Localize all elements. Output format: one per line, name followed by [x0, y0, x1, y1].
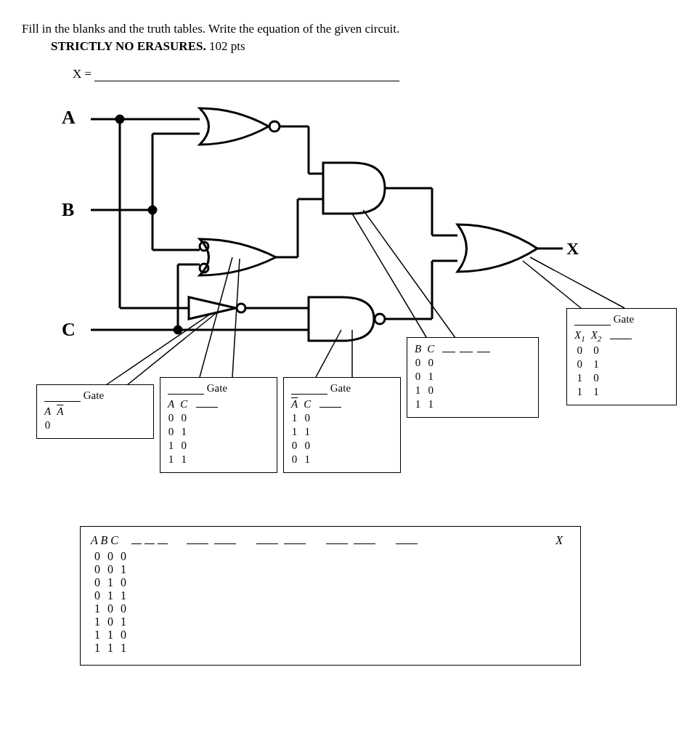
input-label-c: C: [62, 319, 76, 341]
svg-line-38: [232, 259, 240, 377]
truth-table-ac[interactable]: Gate AC 00 01 10 11: [160, 377, 277, 473]
input-label-b: B: [62, 199, 74, 221]
svg-line-42: [363, 210, 457, 341]
svg-line-41: [352, 214, 428, 341]
svg-point-21: [237, 304, 245, 312]
svg-point-32: [116, 116, 123, 123]
input-label-a: A: [62, 107, 76, 129]
svg-line-44: [530, 257, 624, 308]
truth-table-not[interactable]: Gate AA 0: [36, 384, 154, 439]
output-label-x: X: [566, 239, 579, 259]
full-truth-table[interactable]: A B C X 000 001 010 011 100 101 110 111: [80, 526, 581, 666]
equation-line[interactable]: X =: [73, 67, 678, 81]
svg-line-39: [316, 330, 341, 377]
svg-line-43: [523, 261, 581, 308]
truth-table-bc[interactable]: BC 00 01 10 11: [407, 337, 539, 418]
svg-point-12: [269, 121, 280, 132]
restriction: STRICTLY NO ERASURES. 102 pts: [51, 39, 678, 54]
truth-table-abar-c[interactable]: Gate AC 10 11 00 01: [283, 377, 401, 473]
circuit-diagram: A B C X Gate AA 0 Gate AC 00 01 10 11 Ga…: [22, 90, 675, 526]
truth-table-x1x2[interactable]: Gate X1X2 00 01 10 11: [566, 308, 677, 405]
svg-point-27: [375, 314, 385, 324]
svg-point-34: [174, 326, 182, 333]
instructions: Fill in the blanks and the truth tables.…: [22, 22, 678, 36]
svg-point-33: [149, 206, 156, 214]
